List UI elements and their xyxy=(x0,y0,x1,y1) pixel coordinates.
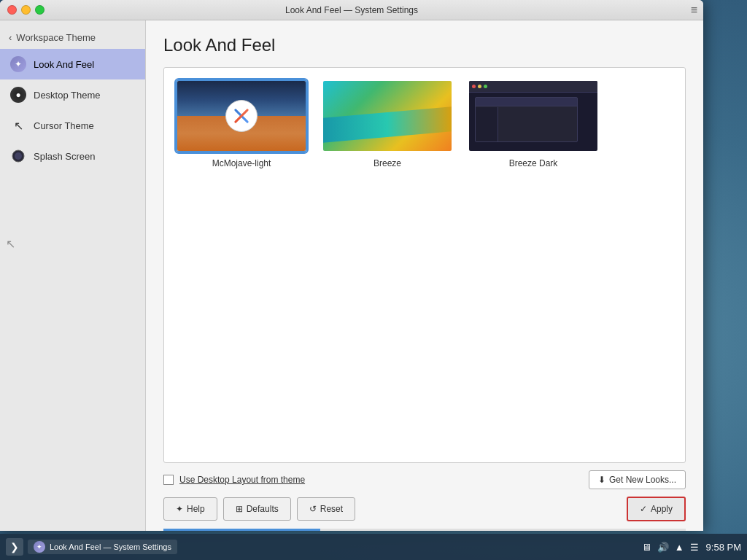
taskbar-left: ❯ ✦ Look And Feel — System Settings xyxy=(6,538,177,556)
back-label: Workspace Theme xyxy=(16,32,96,43)
breeze-stripe xyxy=(323,107,452,143)
bd-window-bar xyxy=(476,98,577,106)
mcmojave-logo xyxy=(225,100,258,132)
theme-thumbnail-breeze-dark xyxy=(468,79,599,152)
apple-x-icon xyxy=(232,106,251,125)
taskbar-apps-button[interactable]: ❯ xyxy=(6,538,23,556)
get-new-looks-button[interactable]: ⬇ Get New Looks... xyxy=(589,470,686,489)
theme-label-breeze-dark: Breeze Dark xyxy=(509,158,558,168)
sidebar-item-label: Look And Feel xyxy=(34,59,94,70)
theme-item-mcmojave[interactable]: McMojave-light xyxy=(176,79,307,168)
themes-grid: McMojave-light Breeze xyxy=(176,79,673,168)
theme-label-mcmojave: McMojave-light xyxy=(212,158,271,168)
sidebar-item-splash-screen[interactable]: Splash Screen xyxy=(0,141,145,171)
download-icon: ⬇ xyxy=(598,475,605,485)
svg-point-1 xyxy=(15,152,22,160)
taskbar-window-icon: ✦ xyxy=(34,541,45,553)
use-desktop-layout-label[interactable]: Use Desktop Layout from theme xyxy=(179,475,305,485)
help-icon: ✦ xyxy=(176,504,183,514)
bd-min-dot xyxy=(478,85,481,88)
taskbar-time: 9:58 PM xyxy=(706,542,741,553)
apps-icon: ❯ xyxy=(10,541,19,553)
sidebar-item-look-and-feel[interactable]: ✦ Look And Feel xyxy=(0,49,145,79)
help-button[interactable]: ✦ Help xyxy=(163,497,217,521)
bd-max-dot xyxy=(484,85,487,88)
breeze-preview xyxy=(323,81,452,151)
apply-icon: ✓ xyxy=(640,504,647,514)
page-title: Look And Feel xyxy=(163,35,686,55)
main-panel: Look And Feel xyxy=(146,20,703,531)
theme-label-breeze: Breeze xyxy=(374,158,401,168)
sidebar: ‹ Workspace Theme ✦ Look And Feel ● Desk… xyxy=(0,20,146,531)
theme-item-breeze-dark[interactable]: Breeze Dark xyxy=(468,79,599,168)
window-controls xyxy=(7,5,44,15)
bd-taskbar xyxy=(469,81,597,93)
volume-tray-icon[interactable]: 🔊 xyxy=(657,542,669,553)
bd-window xyxy=(475,97,578,142)
sidebar-item-cursor-theme[interactable]: ↖ Cursor Theme xyxy=(0,110,145,141)
back-to-workspace-theme[interactable]: ‹ Workspace Theme xyxy=(0,26,145,49)
defaults-button[interactable]: ⊞ Defaults xyxy=(223,497,291,521)
minimize-button[interactable] xyxy=(21,5,31,15)
mcmojave-preview xyxy=(177,81,306,151)
checkbox-row: Use Desktop Layout from theme xyxy=(163,475,305,485)
content-area: ‹ Workspace Theme ✦ Look And Feel ● Desk… xyxy=(0,20,703,531)
monitor-tray-icon[interactable]: 🖥 xyxy=(642,542,651,553)
window-title: Look And Feel — System Settings xyxy=(7,5,696,15)
taskbar-window-label: Look And Feel — System Settings xyxy=(50,542,171,551)
taskbar-window-entry[interactable]: ✦ Look And Feel — System Settings xyxy=(28,540,177,554)
bd-close-dot xyxy=(472,85,476,88)
maximize-button[interactable] xyxy=(35,5,44,15)
reset-icon: ↺ xyxy=(309,504,317,514)
look-and-feel-icon: ✦ xyxy=(10,56,26,72)
back-arrow-icon: ‹ xyxy=(9,32,12,43)
theme-item-breeze[interactable]: Breeze xyxy=(322,79,453,168)
bd-sidebar xyxy=(476,107,498,141)
sidebar-item-desktop-theme[interactable]: ● Desktop Theme xyxy=(0,79,145,110)
themes-container: McMojave-light Breeze xyxy=(163,67,686,463)
action-buttons-row: ✦ Help ⊞ Defaults ↺ Reset ✓ Apply xyxy=(163,497,686,521)
titlebar: Look And Feel — System Settings ≡ xyxy=(0,0,703,20)
sidebar-item-label: Splash Screen xyxy=(34,151,96,162)
menu-icon[interactable]: ≡ xyxy=(691,4,697,17)
sidebar-item-label: Desktop Theme xyxy=(34,90,101,101)
taskbar-tray: 🖥 🔊 ▲ ☰ xyxy=(642,542,699,553)
taskbar: ❯ ✦ Look And Feel — System Settings 🖥 🔊 … xyxy=(0,534,747,560)
menu-tray-icon[interactable]: ☰ xyxy=(690,542,699,553)
splash-screen-icon xyxy=(10,148,26,164)
use-desktop-layout-checkbox[interactable] xyxy=(163,475,174,485)
cursor-theme-icon: ↖ xyxy=(10,117,26,133)
theme-thumbnail-breeze xyxy=(322,79,453,152)
theme-thumbnail-mcmojave xyxy=(176,79,307,152)
bottom-controls: Use Desktop Layout from theme ⬇ Get New … xyxy=(163,463,686,529)
network-tray-icon[interactable]: ▲ xyxy=(675,542,684,553)
main-window: Look And Feel — System Settings ≡ ‹ Work… xyxy=(0,0,703,531)
desktop-theme-icon: ● xyxy=(10,87,26,103)
sidebar-item-label: Cursor Theme xyxy=(34,120,94,131)
cursor-indicator: ↖ xyxy=(6,237,15,251)
defaults-icon: ⊞ xyxy=(236,504,243,514)
apply-button[interactable]: ✓ Apply xyxy=(627,497,686,521)
close-button[interactable] xyxy=(7,5,17,15)
taskbar-right: 🖥 🔊 ▲ ☰ 9:58 PM xyxy=(642,542,741,553)
window-progress-fill xyxy=(163,529,320,531)
breeze-dark-preview xyxy=(469,81,597,151)
reset-button[interactable]: ↺ Reset xyxy=(297,497,355,521)
window-progress-bar xyxy=(163,529,686,531)
